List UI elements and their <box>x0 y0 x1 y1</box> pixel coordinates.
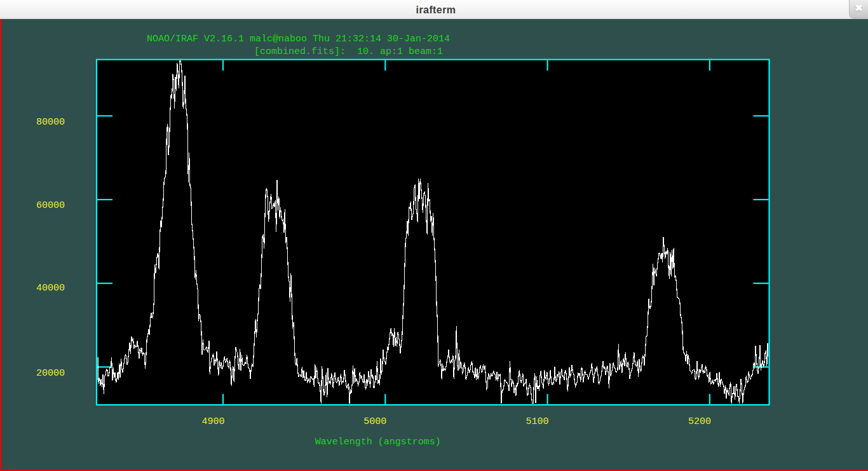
svg-text:80000: 80000 <box>36 117 65 128</box>
svg-text:[combined.fits]: 10. ap:1 bea: [combined.fits]: 10. ap:1 beam:1 <box>254 46 443 57</box>
svg-text:5200: 5200 <box>688 416 711 427</box>
svg-text:4900: 4900 <box>202 416 225 427</box>
svg-text:20000: 20000 <box>36 368 65 379</box>
svg-text:60000: 60000 <box>36 200 65 211</box>
svg-text:40000: 40000 <box>36 283 65 294</box>
svg-text:NOAO/IRAF V2.16.1 malc@naboo T: NOAO/IRAF V2.16.1 malc@naboo Thu 21:32:1… <box>147 34 450 44</box>
svg-text:Wavelength (angstroms): Wavelength (angstroms) <box>315 437 441 447</box>
svg-text:5100: 5100 <box>526 416 549 427</box>
svg-text:5000: 5000 <box>363 416 386 427</box>
